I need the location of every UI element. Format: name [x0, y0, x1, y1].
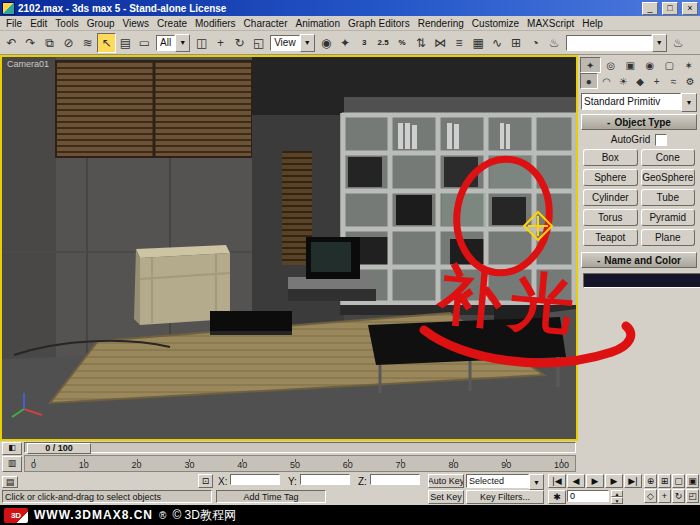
- category-cameras-button[interactable]: ◆: [632, 73, 648, 89]
- chevron-down-icon[interactable]: ▼: [529, 474, 544, 490]
- object-type-rollout-header[interactable]: - Object Type: [581, 114, 697, 130]
- curve-editor-icon[interactable]: ∿: [488, 33, 507, 53]
- tab-create[interactable]: ✦: [580, 57, 601, 73]
- goto-start-button[interactable]: |◀: [548, 474, 566, 488]
- percent-snap-toggle-icon[interactable]: %: [393, 33, 412, 53]
- select-and-move-icon[interactable]: +: [211, 33, 230, 53]
- snap-toggle-icon[interactable]: 3: [355, 33, 374, 53]
- maximize-button[interactable]: □: [662, 2, 678, 15]
- object-name-input[interactable]: [583, 273, 700, 288]
- chevron-down-icon[interactable]: ▼: [681, 93, 697, 112]
- menu-views[interactable]: Views: [119, 18, 154, 29]
- scene-window-blinds[interactable]: [56, 61, 252, 157]
- chevron-down-icon[interactable]: ▼: [652, 34, 667, 52]
- menu-group[interactable]: Group: [83, 18, 119, 29]
- create-box-button[interactable]: Box: [583, 149, 638, 166]
- category-geometry-button[interactable]: ●: [580, 73, 598, 89]
- zoom-extents-button[interactable]: ▢: [672, 474, 685, 488]
- auto-key-button[interactable]: Auto Key: [428, 474, 464, 488]
- create-geosphere-button[interactable]: GeoSphere: [641, 169, 696, 186]
- category-lights-button[interactable]: ☀: [615, 73, 631, 89]
- zoom-button[interactable]: ⊕: [644, 474, 657, 488]
- name-color-rollout-header[interactable]: - Name and Color: [581, 252, 697, 268]
- redo-icon[interactable]: ↷: [21, 33, 40, 53]
- track-bar-ruler[interactable]: 0 10 20 30 40 50 60 70 80 90 100: [24, 455, 576, 472]
- category-helpers-button[interactable]: +: [649, 73, 665, 89]
- current-frame-field[interactable]: [567, 490, 609, 502]
- angle-snap-toggle-icon[interactable]: 2.5: [374, 33, 393, 53]
- chevron-down-icon[interactable]: ▼: [175, 34, 190, 52]
- autogrid-checkbox[interactable]: [655, 134, 667, 146]
- zoom-extents-all-button[interactable]: ▣: [686, 474, 699, 488]
- category-systems-button[interactable]: ⚙: [682, 73, 698, 89]
- select-and-scale-icon[interactable]: ◱: [249, 33, 268, 53]
- menu-maxscript[interactable]: MAXScript: [523, 18, 578, 29]
- scene-tv[interactable]: [306, 237, 360, 279]
- play-button[interactable]: ▶: [586, 474, 604, 488]
- mini-listener-icon[interactable]: ▤: [2, 476, 18, 488]
- time-slider-handle[interactable]: 0 / 100: [27, 443, 91, 454]
- bind-to-space-warp-icon[interactable]: ≋: [78, 33, 97, 53]
- close-button[interactable]: ×: [682, 2, 698, 15]
- select-by-name-icon[interactable]: ▤: [116, 33, 135, 53]
- undo-icon[interactable]: ↶: [2, 33, 21, 53]
- arc-rotate-button[interactable]: ↻: [672, 489, 685, 503]
- align-icon[interactable]: ≡: [450, 33, 469, 53]
- select-object-icon[interactable]: ↖: [97, 33, 116, 53]
- set-key-button[interactable]: Set Key: [428, 490, 464, 504]
- key-mode-toggle[interactable]: ✱: [548, 490, 566, 504]
- create-cylinder-button[interactable]: Cylinder: [583, 189, 638, 206]
- select-and-manipulate-icon[interactable]: ✦: [336, 33, 355, 53]
- layer-manager-icon[interactable]: ▦: [469, 33, 488, 53]
- menu-character[interactable]: Character: [240, 18, 292, 29]
- object-class-dropdown[interactable]: Standard Primitiv ▼: [581, 93, 697, 110]
- create-sphere-button[interactable]: Sphere: [583, 169, 638, 186]
- lock-selection-toggle[interactable]: ⊡: [198, 474, 213, 488]
- min-max-toggle-button[interactable]: ◰: [686, 489, 699, 503]
- tab-modify[interactable]: ◎: [602, 57, 621, 73]
- camera-viewport[interactable]: Camera01: [0, 55, 578, 441]
- use-pivot-point-icon[interactable]: ◉: [317, 33, 336, 53]
- selection-region-icon[interactable]: ▭: [135, 33, 154, 53]
- minimize-button[interactable]: _: [642, 2, 658, 15]
- tab-hierarchy[interactable]: ▣: [621, 57, 640, 73]
- menu-create[interactable]: Create: [153, 18, 191, 29]
- menu-customize[interactable]: Customize: [468, 18, 523, 29]
- render-scene-icon[interactable]: ♨: [545, 33, 564, 53]
- create-pyramid-button[interactable]: Pyramid: [641, 209, 696, 226]
- menu-help[interactable]: Help: [578, 18, 607, 29]
- quick-render-icon[interactable]: ♨: [669, 33, 688, 53]
- time-tag-field[interactable]: Add Time Tag: [216, 490, 326, 503]
- previous-frame-button[interactable]: ◀: [567, 474, 585, 488]
- create-torus-button[interactable]: Torus: [583, 209, 638, 226]
- tab-utilities[interactable]: ✶: [680, 57, 699, 73]
- render-preset-dropdown[interactable]: ▼: [566, 34, 667, 52]
- menu-rendering[interactable]: Rendering: [414, 18, 468, 29]
- window-crossing-icon[interactable]: ◫: [192, 33, 211, 53]
- spinner-snap-toggle-icon[interactable]: ⇅: [412, 33, 431, 53]
- track-bar-left-icon[interactable]: ▥: [2, 456, 22, 472]
- menu-animation[interactable]: Animation: [292, 18, 344, 29]
- menu-modifiers[interactable]: Modifiers: [191, 18, 240, 29]
- viewport-label[interactable]: Camera01: [7, 59, 49, 69]
- x-coordinate-field[interactable]: [230, 474, 280, 485]
- spinner-up-icon[interactable]: ▲: [611, 490, 623, 497]
- select-and-rotate-icon[interactable]: ↻: [230, 33, 249, 53]
- select-and-link-icon[interactable]: ⧉: [40, 33, 59, 53]
- pan-button[interactable]: +: [658, 489, 671, 503]
- time-slider-track[interactable]: 0 / 100: [24, 442, 576, 453]
- scene-tv-cabinet[interactable]: [288, 277, 376, 301]
- scene-coffee-table[interactable]: [210, 311, 292, 335]
- reference-coordinate-dropdown[interactable]: View ▼: [270, 34, 315, 52]
- viewport-scene[interactable]: [2, 57, 576, 439]
- menu-graph-editors[interactable]: Graph Editors: [344, 18, 414, 29]
- schematic-view-icon[interactable]: ⊞: [507, 33, 526, 53]
- material-editor-icon[interactable]: ◔: [526, 33, 545, 53]
- tab-motion[interactable]: ◉: [641, 57, 660, 73]
- chevron-down-icon[interactable]: ▼: [300, 34, 315, 52]
- create-cone-button[interactable]: Cone: [641, 149, 696, 166]
- tab-display[interactable]: ▢: [660, 57, 679, 73]
- y-coordinate-field[interactable]: [300, 474, 350, 485]
- create-plane-button[interactable]: Plane: [641, 229, 696, 246]
- category-shapes-button[interactable]: ◠: [599, 73, 615, 89]
